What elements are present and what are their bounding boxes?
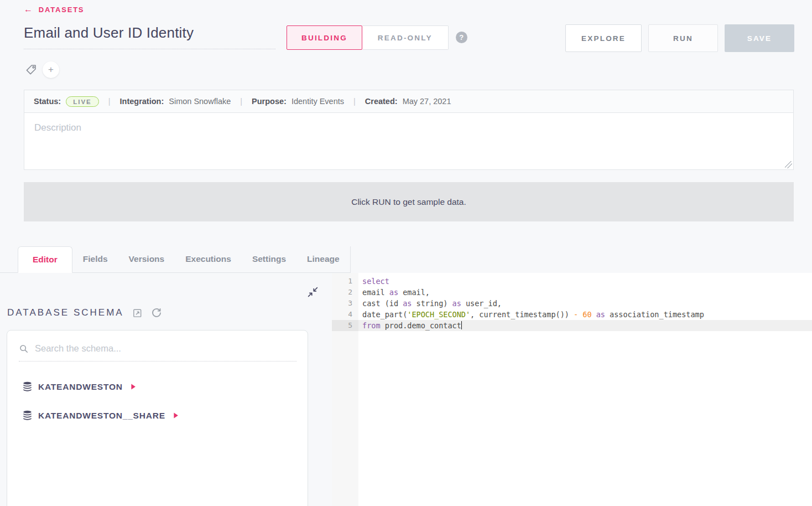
editor-content: DATABASE SCHEMA bbox=[0, 273, 812, 506]
refresh-icon[interactable] bbox=[151, 307, 162, 318]
search-icon bbox=[19, 344, 29, 354]
tab-executions[interactable]: Executions bbox=[175, 246, 242, 272]
schema-panel: KATEANDWESTON KATEANDWESTON__SHARE bbox=[7, 330, 308, 506]
database-icon bbox=[22, 410, 33, 421]
description-box bbox=[24, 113, 794, 170]
action-buttons: EXPLORE RUN SAVE bbox=[565, 24, 794, 52]
tab-versions[interactable]: Versions bbox=[118, 246, 175, 272]
save-button[interactable]: SAVE bbox=[725, 24, 794, 52]
divider: | bbox=[240, 97, 242, 106]
code-token-plain: association_timestamp bbox=[605, 310, 704, 319]
expand-triangle-icon[interactable] bbox=[171, 411, 180, 420]
integration-value: Simon Snowflake bbox=[169, 97, 231, 106]
tag-icon[interactable] bbox=[24, 63, 38, 77]
code-token-kw: as bbox=[452, 299, 461, 308]
tab-editor[interactable]: Editor bbox=[18, 246, 72, 273]
back-arrow-icon: ← bbox=[24, 4, 34, 14]
line-gutter: 12345 bbox=[332, 273, 358, 506]
code-line[interactable]: date_part('EPOCH_SECOND', current_timest… bbox=[358, 309, 812, 320]
title-row: Email and User ID Identity BUILDING READ… bbox=[24, 24, 794, 52]
code-token-kw: as bbox=[596, 310, 605, 319]
code-token-plain: user_id, bbox=[461, 299, 502, 308]
schema-database-label: KATEANDWESTON bbox=[38, 382, 123, 392]
page-title: Email and User ID Identity bbox=[24, 24, 275, 42]
mode-toggle: BUILDING READ-ONLY bbox=[287, 25, 449, 50]
collapse-arrows-icon bbox=[307, 286, 319, 298]
code-token-plain: email, bbox=[398, 288, 430, 297]
code-token-kw: from bbox=[362, 321, 381, 330]
description-textarea[interactable] bbox=[24, 113, 793, 169]
sample-data-banner: Click RUN to get sample data. bbox=[24, 182, 794, 221]
code-line[interactable]: email as email, bbox=[358, 287, 812, 298]
code-line[interactable]: select bbox=[358, 276, 812, 287]
status-badge: LIVE bbox=[66, 96, 99, 107]
code-token-kw: as bbox=[403, 299, 412, 308]
purpose-label: Purpose: bbox=[252, 97, 287, 106]
resize-handle[interactable] bbox=[785, 161, 792, 168]
divider: | bbox=[108, 97, 111, 106]
read-only-button[interactable]: READ-ONLY bbox=[362, 25, 449, 50]
code-token-plain: , current_timestamp()) bbox=[470, 310, 574, 319]
line-number: 3 bbox=[332, 298, 358, 309]
code-area[interactable]: selectemail as email,cast (id as string)… bbox=[358, 273, 812, 506]
code-token-plain: cast (id bbox=[362, 299, 403, 308]
divider: | bbox=[353, 97, 356, 106]
tab-bar: EditorFieldsVersionsExecutionsSettingsLi… bbox=[0, 246, 351, 273]
schema-sidebar: DATABASE SCHEMA bbox=[0, 273, 332, 506]
code-token-kw: select bbox=[362, 277, 389, 286]
schema-database-item[interactable]: KATEANDWESTON bbox=[22, 381, 308, 393]
breadcrumb[interactable]: ← DATASETS bbox=[24, 4, 84, 14]
integration-label: Integration: bbox=[120, 97, 164, 106]
database-icon bbox=[22, 381, 33, 393]
code-token-kw: as bbox=[389, 288, 398, 297]
add-tag-button[interactable]: + bbox=[43, 61, 59, 78]
code-token-str: 'EPOCH_SECOND' bbox=[407, 310, 470, 319]
schema-database-item[interactable]: KATEANDWESTON__SHARE bbox=[22, 410, 308, 421]
schema-search bbox=[7, 331, 308, 354]
explore-button[interactable]: EXPLORE bbox=[565, 24, 642, 52]
breadcrumb-label: DATASETS bbox=[39, 6, 85, 14]
schema-header: DATABASE SCHEMA bbox=[7, 307, 332, 318]
code-token-plain: email bbox=[362, 288, 389, 297]
code-token-num: 60 bbox=[582, 310, 591, 319]
schema-heading: DATABASE SCHEMA bbox=[7, 307, 124, 318]
building-button[interactable]: BUILDING bbox=[287, 25, 362, 50]
line-number: 5 bbox=[332, 320, 358, 331]
expand-triangle-icon[interactable] bbox=[129, 383, 137, 391]
run-button[interactable]: RUN bbox=[648, 24, 718, 52]
code-token-plain: prod.demo_contact bbox=[381, 321, 461, 330]
status-bar: Status: LIVE | Integration: Simon Snowfl… bbox=[24, 90, 794, 113]
code-line[interactable]: from prod.demo_contact bbox=[358, 320, 812, 331]
plus-icon: + bbox=[48, 64, 54, 75]
help-icon[interactable]: ? bbox=[456, 32, 467, 43]
collapse-panel-button[interactable] bbox=[307, 286, 319, 298]
purpose-value: Identity Events bbox=[292, 97, 344, 106]
sample-data-banner-text: Click RUN to get sample data. bbox=[351, 197, 466, 207]
status-label: Status: bbox=[34, 97, 61, 106]
open-schema-icon[interactable] bbox=[132, 308, 143, 318]
line-number: 1 bbox=[332, 276, 358, 287]
title-field[interactable]: Email and User ID Identity bbox=[24, 24, 275, 49]
code-editor[interactable]: 12345 selectemail as email,cast (id as s… bbox=[332, 273, 812, 506]
code-token-op: - bbox=[574, 310, 578, 319]
tab-fields[interactable]: Fields bbox=[72, 246, 118, 272]
code-token-plain bbox=[592, 310, 596, 319]
schema-list: KATEANDWESTON KATEANDWESTON__SHARE bbox=[7, 362, 308, 421]
code-token-plain: date_part( bbox=[362, 310, 407, 319]
created-value: May 27, 2021 bbox=[403, 97, 451, 106]
text-cursor bbox=[461, 321, 462, 329]
created-label: Created: bbox=[365, 97, 398, 106]
code-line[interactable]: cast (id as string) as user_id, bbox=[358, 298, 812, 309]
page-header: ← DATASETS Email and User ID Identity BU… bbox=[0, 0, 812, 79]
search-input[interactable] bbox=[35, 343, 296, 354]
tab-lineage[interactable]: Lineage bbox=[296, 246, 350, 272]
dataset-meta: Status: LIVE | Integration: Simon Snowfl… bbox=[24, 90, 794, 170]
tab-settings[interactable]: Settings bbox=[242, 246, 296, 272]
line-number: 2 bbox=[332, 287, 358, 298]
schema-database-label: KATEANDWESTON__SHARE bbox=[38, 411, 165, 421]
line-number: 4 bbox=[332, 309, 358, 320]
code-token-plain: string) bbox=[412, 299, 452, 308]
tag-tools-row: + bbox=[24, 61, 794, 79]
